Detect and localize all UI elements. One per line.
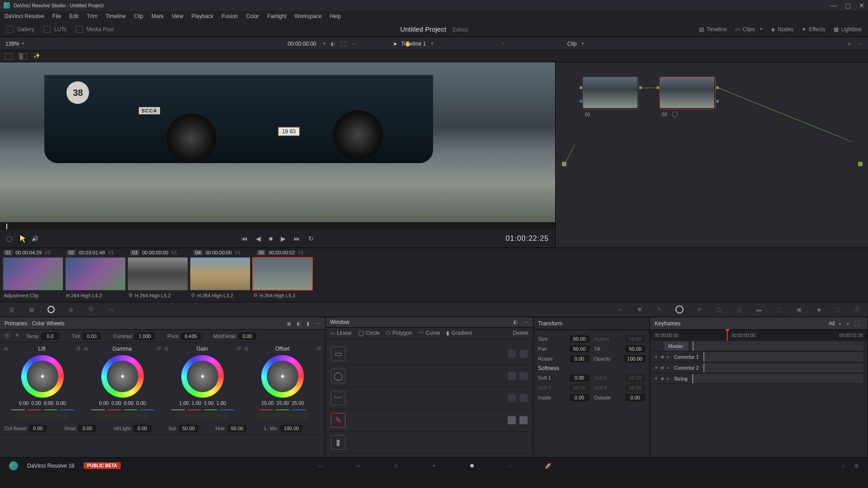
wheel-values[interactable]: 25.0025.0025.00 bbox=[261, 400, 304, 406]
wheel-target-icon[interactable]: ⊕ bbox=[84, 346, 88, 352]
soft3-value[interactable]: 50.00 bbox=[570, 384, 590, 391]
hilight-value[interactable]: 0.00 bbox=[133, 425, 151, 432]
tracker-icon[interactable]: ✢ bbox=[694, 305, 704, 314]
clip-thumb[interactable] bbox=[127, 257, 188, 291]
clip-thumb[interactable] bbox=[65, 257, 126, 291]
linear-shape-button[interactable]: ▭Linear bbox=[330, 330, 352, 336]
nodes-button[interactable]: Nodes bbox=[778, 26, 793, 33]
wand-icon[interactable]: ✨ bbox=[33, 52, 42, 61]
menu-davinci[interactable]: DaVinci Resolve bbox=[5, 13, 44, 19]
picker-icon[interactable]: ✎ bbox=[15, 333, 23, 340]
color-wheel[interactable] bbox=[181, 355, 224, 398]
gradient-shape-button[interactable]: ▮Gradient bbox=[446, 330, 472, 336]
color-wheel[interactable] bbox=[21, 355, 64, 398]
color-page-button[interactable]: ✺ bbox=[467, 460, 477, 471]
curve-shape-button[interactable]: 〰Curve bbox=[418, 330, 440, 336]
middetail-value[interactable]: 0.00 bbox=[238, 333, 256, 340]
temp-value[interactable]: 0.0 bbox=[41, 333, 59, 340]
primaries-log-mode-icon[interactable]: ◐ bbox=[297, 320, 301, 327]
settings-button[interactable]: ⚙ bbox=[854, 463, 859, 469]
colboost-value[interactable]: 0.00 bbox=[29, 425, 47, 432]
tint-value[interactable]: 0.00 bbox=[83, 333, 101, 340]
shape-item-linear[interactable]: ▭ bbox=[329, 343, 529, 365]
lightbox-button[interactable]: Lightbox bbox=[841, 26, 862, 33]
play-button[interactable]: ▶ bbox=[281, 235, 286, 242]
keyframes-dot-icon[interactable]: ● bbox=[846, 320, 849, 327]
timeline-button[interactable]: Timeline bbox=[707, 26, 727, 33]
wheel-jog[interactable] bbox=[15, 413, 70, 419]
timecode[interactable]: 00:00:00:00 bbox=[288, 41, 316, 47]
keyframe-mode-icon[interactable]: ◆ bbox=[814, 305, 824, 314]
inside-value[interactable]: 0.00 bbox=[570, 394, 590, 401]
qualifier-icon[interactable]: ◯ bbox=[6, 235, 12, 242]
prev-clip-button[interactable]: ⏮ bbox=[241, 235, 248, 242]
wheel-values[interactable]: 0.000.000.000.00 bbox=[19, 400, 66, 406]
size-value[interactable]: 50.00 bbox=[570, 335, 590, 343]
viewer[interactable]: 38 SCCA 19 63 bbox=[0, 62, 555, 222]
wheel-reset-icon[interactable]: ↺ bbox=[316, 345, 321, 352]
clip-dropdown[interactable]: Clip bbox=[567, 41, 577, 47]
soft2-value[interactable]: 50.00 bbox=[625, 374, 645, 381]
more-icon[interactable]: ⋯ bbox=[351, 41, 357, 47]
wheel-jog[interactable] bbox=[255, 413, 310, 419]
wheel-reset-icon[interactable]: ↺ bbox=[236, 345, 241, 352]
mediapool-button[interactable]: Media Pool bbox=[86, 26, 113, 33]
shape-item-curve[interactable]: 〰 bbox=[329, 387, 529, 409]
window-more-icon[interactable]: ⋯ bbox=[523, 319, 528, 325]
menu-file[interactable]: File bbox=[52, 13, 61, 19]
3d-icon[interactable]: ▣ bbox=[794, 305, 804, 314]
menu-help[interactable]: Help bbox=[330, 13, 341, 19]
outside-value[interactable]: 0.00 bbox=[625, 394, 645, 401]
wheel-values[interactable]: 0.000.000.000.00 bbox=[99, 400, 146, 406]
polygon-shape-button[interactable]: ⬠Polygon bbox=[386, 330, 412, 336]
delete-shape-button[interactable]: Delete bbox=[513, 330, 528, 336]
fusion-page-button[interactable]: ✦ bbox=[429, 460, 439, 471]
aspect-value[interactable]: 50.00 bbox=[625, 335, 645, 343]
menu-timeline[interactable]: Timeline bbox=[105, 13, 126, 19]
maximize-button[interactable]: ▢ bbox=[845, 2, 851, 9]
wheel-jog[interactable] bbox=[95, 413, 150, 419]
lmix-value[interactable]: 100.00 bbox=[280, 425, 303, 432]
qualifier-tool-icon[interactable]: ✎ bbox=[655, 305, 665, 314]
dot-icon[interactable]: ● bbox=[848, 41, 851, 47]
menu-fusion[interactable]: Fusion bbox=[222, 13, 238, 19]
node-graph[interactable]: 01 02 ◯ bbox=[555, 62, 868, 248]
next-clip-button[interactable]: ⏭ bbox=[294, 235, 300, 242]
edit-page-button[interactable]: ≡ bbox=[391, 460, 401, 471]
menu-fairlight[interactable]: Fairlight bbox=[267, 13, 287, 19]
info-icon[interactable]: ⓘ bbox=[852, 305, 862, 314]
opacity-value[interactable]: 100.00 bbox=[624, 355, 645, 362]
menu-playback[interactable]: Playback bbox=[191, 13, 213, 19]
luts-button[interactable]: LUTs bbox=[54, 26, 66, 33]
blur-icon[interactable]: △ bbox=[734, 305, 744, 314]
step-back-button[interactable]: ◀ bbox=[256, 235, 261, 242]
stop-button[interactable]: ■ bbox=[269, 235, 273, 242]
sat-value[interactable]: 50.00 bbox=[179, 425, 198, 432]
pan-value[interactable]: 50.00 bbox=[570, 345, 590, 352]
view-dual-icon[interactable] bbox=[19, 53, 27, 60]
kf-master-track[interactable]: Master bbox=[650, 341, 868, 352]
media-page-button[interactable]: ▭ bbox=[315, 460, 326, 471]
soft1-value[interactable]: 0.00 bbox=[570, 374, 590, 381]
menu-edit[interactable]: Edit bbox=[69, 13, 79, 19]
wheel-reset-icon[interactable]: ↺ bbox=[75, 345, 81, 352]
sizing-icon[interactable]: ⬚ bbox=[774, 305, 784, 314]
soft4-value[interactable]: 50.00 bbox=[625, 384, 645, 391]
loop-button[interactable]: ↻ bbox=[308, 235, 314, 242]
motion-icon[interactable]: ▭ bbox=[106, 305, 116, 314]
hdr-icon[interactable]: ◍ bbox=[66, 305, 76, 314]
close-button[interactable]: ✕ bbox=[859, 2, 864, 9]
clips-button[interactable]: Clips bbox=[743, 26, 755, 33]
home-button[interactable]: ⌂ bbox=[842, 463, 845, 469]
deliver-page-button[interactable]: 🚀 bbox=[542, 460, 553, 471]
menu-trim[interactable]: Trim bbox=[87, 13, 98, 19]
key-icon[interactable]: ▬ bbox=[754, 305, 764, 314]
menu-view[interactable]: View bbox=[172, 13, 184, 19]
scopes-icon[interactable]: ⬚ bbox=[833, 305, 843, 314]
tilt-value[interactable]: 50.00 bbox=[625, 345, 645, 352]
cut-page-button[interactable]: ✂ bbox=[353, 460, 363, 471]
wheel-target-icon[interactable]: ⊕ bbox=[4, 346, 8, 352]
effects-button[interactable]: Effects bbox=[809, 26, 825, 33]
color-wheel[interactable] bbox=[261, 355, 304, 398]
timeline-dropdown[interactable]: Timeline 1 bbox=[401, 41, 426, 47]
